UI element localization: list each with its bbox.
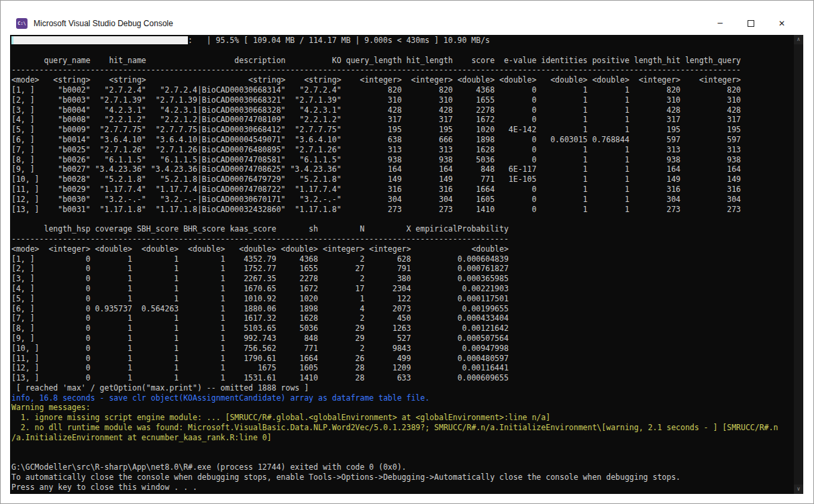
table-row: [6, ] 0 0.935737 0.564263 1 1880.06 1898… bbox=[11, 304, 803, 314]
table-types: <mode> <integer> <double> <double> <doub… bbox=[11, 244, 803, 254]
minimize-button[interactable]: ─ bbox=[705, 12, 735, 35]
table-row: [12, ] "b0030" "3.2.-.-" "3.2.-.-|BioCAD… bbox=[11, 195, 803, 205]
blank-line bbox=[11, 452, 803, 462]
table-row: [13, ] 0 1 1 1 1531.61 1410 28 633 0.000… bbox=[11, 373, 803, 383]
table-header: query_name hit_name description KO query… bbox=[11, 56, 803, 66]
console-message: Press any key to close this window . . . bbox=[11, 483, 803, 493]
table-row: [9, ] 0 1 1 1 992.743 848 29 527 0.00050… bbox=[11, 334, 803, 344]
blank-line bbox=[11, 214, 803, 224]
console-message: To automatically close the console when … bbox=[11, 472, 803, 483]
table-row: [1, ] 0 1 1 1 4352.79 4368 2 628 0.00060… bbox=[11, 254, 803, 264]
blank-line bbox=[11, 46, 803, 56]
table-header: length_hsp coverage SBH_score BHR_score … bbox=[11, 224, 803, 234]
console-message: 2. no dll runtime module was found: Micr… bbox=[11, 423, 803, 433]
scroll-down-icon[interactable]: ∨ bbox=[794, 485, 803, 494]
table-row: [1, ] "b0002" "2.7.2.4" "2.7.2.4|BioCAD0… bbox=[11, 85, 803, 95]
maximize-icon bbox=[748, 20, 754, 27]
vertical-scrollbar[interactable]: ∧ ∨ bbox=[794, 35, 803, 494]
console-message: 1. ignore missing script engine module: … bbox=[11, 413, 803, 423]
scroll-up-icon[interactable]: ∧ bbox=[794, 35, 803, 44]
console-message: Warning messages: bbox=[11, 403, 803, 413]
table-row: [4, ] 0 1 1 1 1670.65 1672 17 2304 0.002… bbox=[11, 284, 803, 294]
table-divider: ----------------------------------------… bbox=[11, 234, 803, 244]
titlebar[interactable]: C:\ Microsoft Visual Studio Debug Consol… bbox=[1, 12, 813, 35]
table-row: [3, ] 0 1 1 1 2267.35 2278 2 380 0.00036… bbox=[11, 274, 803, 284]
table-row: [8, ] 0 1 1 1 5103.65 5036 29 1263 0.001… bbox=[11, 323, 803, 334]
table-row: [13, ] "b0031" "1.17.1.8" "1.17.1.8|BioC… bbox=[11, 205, 803, 215]
table-row: [7, ] "b0025" "2.7.1.26" "2.7.1.26|BioCA… bbox=[11, 145, 803, 155]
close-button[interactable]: ✕ bbox=[766, 12, 797, 35]
table-row: [2, ] "b0003" "2.7.1.39" "2.7.1.39|BioCA… bbox=[11, 95, 803, 105]
table-row: [11, ] "b0029" "1.17.7.4" "1.17.7.4|BioC… bbox=[11, 185, 803, 195]
table-row: [11, ] 0 1 1 1 1790.61 1664 26 499 0.000… bbox=[11, 354, 803, 364]
console-lines: query_name hit_name description KO query… bbox=[11, 46, 803, 493]
table-row: [4, ] "b0008" "2.2.1.2" "2.2.1.2|BioCAD0… bbox=[11, 115, 803, 125]
table-row: [5, ] 0 1 1 1 1010.92 1020 1 122 0.00011… bbox=[11, 294, 803, 304]
table-row: [2, ] 0 1 1 1 1752.77 1655 27 791 0.0007… bbox=[11, 264, 803, 274]
console-message: [ reached 'max' / getOption("max.print")… bbox=[11, 383, 803, 393]
window-title: Microsoft Visual Studio Debug Console bbox=[34, 19, 173, 28]
table-row: [9, ] "b0027" "3.4.23.36" "3.4.23.36|Bio… bbox=[11, 164, 803, 174]
table-row: [5, ] "b0009" "2.7.7.75" "2.7.7.75|BioCA… bbox=[11, 125, 803, 135]
table-types: <mode> <string> <string> <string> <strin… bbox=[11, 75, 803, 85]
debug-console-window: C:\ Microsoft Visual Studio Debug Consol… bbox=[0, 0, 814, 504]
table-row: [6, ] "b0014" "3.6.4.10" "3.6.4.10|BioCA… bbox=[11, 135, 803, 145]
table-row: [10, ] 0 1 1 1 756.562 771 2 9843 0.0094… bbox=[11, 344, 803, 354]
console-message: info, 16.8 seconds - save clr object(KOA… bbox=[11, 393, 803, 403]
table-row: [3, ] "b0004" "4.2.3.1" "4.2.3.1|BioCAD0… bbox=[11, 105, 803, 115]
console-message: /a.InitializeEnvironment at ecnumber_kaa… bbox=[11, 433, 803, 443]
progress-status-line: : | 95.5% [ 109.04 MB / 114.17 MB | 9.00… bbox=[11, 36, 803, 46]
maximize-button[interactable] bbox=[735, 12, 766, 35]
console-message: G:\GCModeller\src\R-sharp\App\net8.0\R#.… bbox=[11, 462, 803, 472]
table-row: [10, ] "b0028" "5.2.1.8" "5.2.1.8|BioCAD… bbox=[11, 174, 803, 185]
table-row: [8, ] "b0026" "6.1.1.5" "6.1.1.5|BioCAD0… bbox=[11, 155, 803, 165]
table-divider: ----------------------------------------… bbox=[11, 65, 803, 75]
progress-status-text: : | 95.5% [ 109.04 MB / 114.17 MB | 9.00… bbox=[188, 36, 490, 46]
table-row: [7, ] 0 1 1 1 1617.32 1628 2 450 0.00043… bbox=[11, 313, 803, 323]
table-row: [12, ] 0 1 1 1 1675 1605 28 1209 0.00116… bbox=[11, 363, 803, 373]
progress-bar bbox=[11, 36, 188, 44]
window-controls: ─ ✕ bbox=[705, 12, 797, 35]
console-output[interactable]: : | 95.5% [ 109.04 MB / 114.17 MB | 9.00… bbox=[10, 35, 803, 494]
blank-line bbox=[11, 443, 803, 453]
debug-console-icon: C:\ bbox=[16, 18, 28, 29]
